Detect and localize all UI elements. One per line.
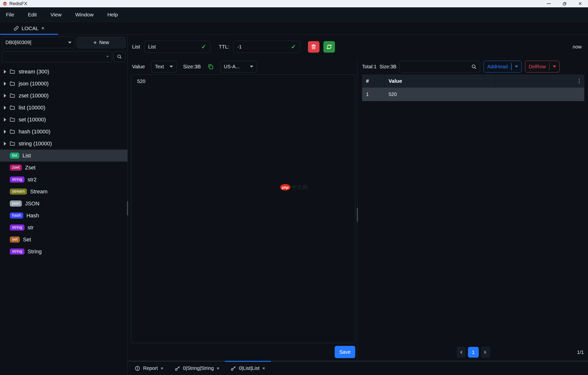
chevron-down-icon[interactable] [553, 66, 556, 68]
splitter-handle[interactable] [357, 208, 358, 222]
tree-caret-icon[interactable] [4, 118, 6, 122]
new-key-button[interactable]: + New [77, 37, 125, 48]
view-mode-select[interactable]: Text [151, 61, 177, 72]
refresh-key-button[interactable] [323, 41, 335, 53]
close-connection-icon[interactable]: ✕ [41, 26, 44, 31]
key-label: String [28, 248, 42, 255]
key-search-box [2, 51, 112, 62]
redis-logo-icon [2, 1, 7, 6]
check-icon: ✓ [201, 43, 206, 50]
key-item-set[interactable]: set Set [0, 234, 127, 246]
folder-label: stream (300) [19, 69, 49, 75]
key-label: List [23, 152, 31, 159]
tree-folder-string[interactable]: string (10000) [0, 138, 127, 150]
table-row[interactable]: 1 520 [362, 88, 584, 101]
del-row-button[interactable]: DelRow [525, 61, 560, 72]
chevron-down-icon [68, 42, 72, 44]
close-tab-icon[interactable]: ✕ [160, 366, 164, 371]
folder-icon [9, 81, 15, 87]
key-item-str[interactable]: string str [0, 222, 127, 234]
database-select-value: DB0[60309] [5, 40, 31, 45]
key-label: Stream [30, 188, 48, 195]
database-select[interactable]: DB0[60309] [2, 37, 75, 48]
search-icon[interactable] [471, 64, 477, 70]
value-editor[interactable]: 520 [131, 74, 355, 343]
folder-icon [9, 141, 15, 147]
save-button[interactable]: Save [335, 346, 355, 358]
key-header-row: List List ✓ TTL: -1 ✓ [128, 35, 588, 59]
next-page-button[interactable] [481, 347, 490, 358]
chevron-down-icon[interactable] [106, 56, 109, 58]
folder-icon [9, 105, 15, 111]
key-item-str2[interactable]: string str2 [0, 174, 127, 186]
search-button[interactable] [113, 51, 125, 62]
tree-folder-set[interactable]: set (10000) [0, 114, 127, 126]
panel-splitter[interactable] [357, 59, 358, 361]
menu-file[interactable]: File [6, 12, 14, 18]
link-icon [13, 26, 19, 31]
tree-caret-icon[interactable] [4, 94, 6, 98]
tree-folder-json[interactable]: json (10000) [0, 78, 127, 90]
sidebar-resize-handle[interactable] [127, 201, 128, 215]
key-search-input[interactable] [5, 54, 106, 59]
tree-caret-icon[interactable] [4, 70, 6, 74]
menu-window[interactable]: Window [75, 12, 94, 18]
tree-folder-list[interactable]: list (10000) [0, 102, 127, 114]
key-item-json[interactable]: json JSON [0, 198, 127, 210]
rows-size: Size:3B [380, 64, 396, 70]
key-item-string[interactable]: string String [0, 246, 127, 258]
menu-view[interactable]: View [50, 12, 61, 18]
tab-list-list[interactable]: 0|List|List ✕ [225, 362, 270, 375]
key-item-stream[interactable]: stream Stream [0, 186, 127, 198]
rows-empty-area [362, 101, 584, 344]
bottom-tab-bar: Report ✕ 0|String|String ✕ 0|List|List ✕ [128, 361, 588, 375]
row-value-cell: 520 [385, 88, 495, 101]
key-item-list[interactable]: list List [0, 150, 127, 162]
tree-folder-zset[interactable]: zset (10000) [0, 90, 127, 102]
value-editor-panel: Value Text Size:3B US-A... [128, 59, 357, 361]
key-item-zset[interactable]: zset Zset [0, 162, 127, 174]
tab-report[interactable]: Report ✕ [129, 362, 169, 375]
type-badge: zset [10, 164, 22, 171]
column-menu-icon[interactable]: ⋮ [576, 78, 582, 84]
tree-folder-hash[interactable]: hash (10000) [0, 126, 127, 138]
tab-label: 0|String|String [183, 365, 214, 371]
key-item-hash[interactable]: hash Hash [0, 210, 127, 222]
rows-search-input[interactable] [403, 64, 471, 70]
current-page-button[interactable]: 1 [468, 347, 479, 358]
copy-icon[interactable] [207, 63, 214, 70]
key-label: Set [23, 236, 31, 243]
menu-edit[interactable]: Edit [28, 12, 37, 18]
ttl-input[interactable]: -1 ✓ [233, 41, 300, 53]
add-head-button[interactable]: AddHead [484, 61, 522, 72]
close-tab-icon[interactable]: ✕ [262, 366, 265, 371]
folder-icon [9, 93, 15, 99]
minimize-button[interactable] [541, 0, 557, 7]
connection-tab-local[interactable]: LOCAL ✕ [0, 22, 58, 35]
close-tab-icon[interactable]: ✕ [217, 366, 220, 371]
close-button[interactable]: ✕ [572, 0, 588, 7]
type-badge: stream [10, 188, 27, 195]
tree-caret-icon[interactable] [4, 106, 6, 110]
folder-label: json (10000) [19, 81, 49, 87]
menu-help[interactable]: Help [107, 12, 118, 18]
key-name-input[interactable]: List ✓ [144, 41, 210, 53]
folder-icon [9, 129, 15, 135]
tree-caret-icon[interactable] [4, 82, 6, 86]
type-badge: list [10, 152, 19, 159]
type-badge: set [10, 236, 20, 243]
chevron-left-icon [460, 350, 462, 354]
prev-page-button[interactable] [457, 347, 466, 358]
tab-string-string[interactable]: 0|String|String ✕ [169, 362, 225, 375]
new-key-label: New [99, 40, 109, 45]
ttl-label: TTL: [219, 44, 229, 50]
key-label: Hash [26, 212, 39, 219]
chevron-down-icon[interactable] [515, 66, 518, 68]
encoding-select[interactable]: US-A... [220, 61, 257, 72]
tree-caret-icon[interactable] [4, 130, 6, 134]
type-badge: string [10, 224, 24, 231]
tree-folder-stream[interactable]: stream (300) [0, 66, 127, 78]
maximize-button[interactable] [557, 0, 572, 7]
delete-key-button[interactable] [308, 41, 319, 53]
tree-caret-icon[interactable] [4, 142, 6, 146]
